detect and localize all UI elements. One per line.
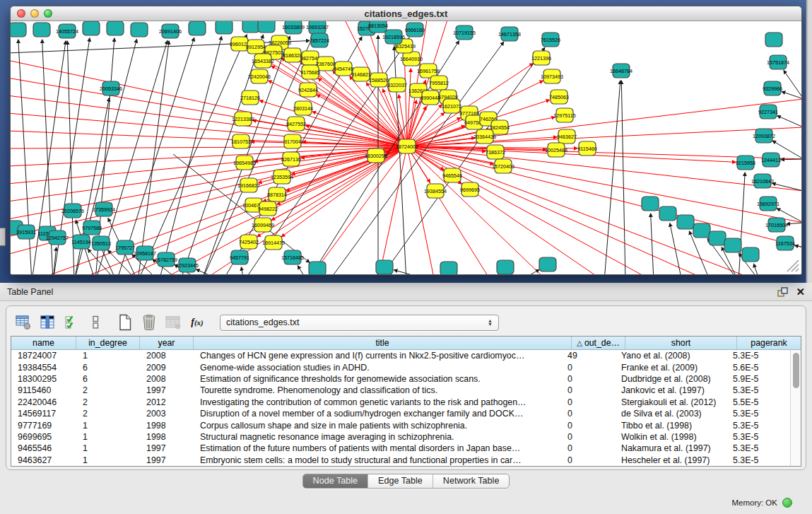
network-edge-red[interactable] — [407, 146, 760, 274]
network-node[interactable]: 1588520 — [369, 73, 389, 87]
network-node[interactable]: 6966160 — [405, 23, 425, 37]
network-node[interactable]: 7955812 — [429, 76, 449, 90]
network-node[interactable]: 12213383 — [232, 112, 254, 126]
network-node[interactable]: 16033809 — [282, 21, 305, 34]
network-node[interactable]: 22420046 — [248, 69, 271, 83]
network-edge-red[interactable] — [407, 127, 801, 146]
tab-edge-table[interactable]: Edge Table — [367, 474, 433, 488]
network-edge-black[interactable] — [241, 267, 244, 274]
network-node[interactable]: 8813054 — [368, 21, 388, 33]
network-node[interactable]: 1167534 — [775, 236, 794, 250]
network-node[interactable]: 16099469 — [252, 218, 274, 232]
network-node[interactable] — [11, 23, 26, 37]
show-columns-button[interactable] — [37, 313, 57, 332]
network-node[interactable]: 20691406 — [159, 24, 182, 38]
network-node[interactable] — [189, 21, 206, 35]
table-row[interactable]: 2242004622012Investigating the contribut… — [11, 397, 790, 408]
network-node[interactable]: 9227341 — [758, 105, 778, 119]
network-edge-black[interactable] — [394, 270, 435, 274]
network-node[interactable]: 10025488 — [545, 143, 567, 157]
column-header-title[interactable]: title — [194, 337, 572, 349]
network-node[interactable]: 10973493 — [541, 69, 563, 83]
network-edge-black[interactable] — [621, 81, 625, 274]
network-node[interactable] — [693, 223, 710, 238]
network-node[interactable] — [33, 23, 50, 37]
table-vertical-scrollbar[interactable] — [790, 350, 801, 466]
network-node[interactable]: 3915931 — [16, 225, 36, 239]
network-node[interactable]: 8878314 — [267, 187, 287, 201]
network-edge-black[interactable] — [784, 71, 801, 99]
resize-grip-icon[interactable] — [782, 255, 800, 273]
column-header-in_degree[interactable]: in_degree — [76, 337, 140, 349]
tab-node-table[interactable]: Node Table — [303, 474, 368, 488]
column-header-pagerank[interactable]: pagerank — [737, 337, 801, 349]
network-node[interactable]: 10653287 — [306, 21, 329, 34]
delete-column-button[interactable] — [139, 313, 159, 332]
network-node[interactable] — [107, 21, 124, 35]
network-node[interactable]: 8454749 — [334, 62, 353, 76]
network-node[interactable]: 9498222 — [258, 201, 278, 216]
network-node[interactable] — [642, 197, 659, 211]
network-node[interactable]: 19218596 — [382, 30, 405, 44]
table-row[interactable]: 1938455462009Genome-wide association stu… — [11, 361, 790, 373]
network-node[interactable]: 7485063 — [549, 90, 569, 104]
network-node[interactable]: 14055724 — [56, 24, 78, 38]
network-window-titlebar[interactable]: citations_edges.txt — [11, 6, 801, 21]
network-edge-red[interactable] — [11, 146, 407, 184]
network-node[interactable] — [709, 231, 726, 245]
network-node[interactable]: 19654985 — [233, 156, 256, 170]
tab-network-table[interactable]: Network Table — [433, 474, 510, 488]
network-node[interactable] — [659, 206, 676, 221]
memory-status-indicator[interactable] — [782, 498, 792, 508]
network-edge-red[interactable] — [407, 146, 736, 162]
network-node[interactable]: 7386372 — [486, 145, 505, 159]
network-node[interactable]: 7857224 — [310, 33, 329, 47]
new-column-button[interactable] — [115, 313, 135, 332]
network-edge-red[interactable] — [407, 146, 548, 274]
network-node[interactable]: 1810753 — [231, 134, 251, 148]
network-node[interactable]: 9115460 — [577, 141, 596, 156]
table-row[interactable]: 1456911722003Disruption of a novel membe… — [11, 408, 790, 419]
network-node[interactable]: 1221396 — [531, 51, 551, 65]
network-node[interactable] — [765, 33, 782, 47]
network-node[interactable]: 12975115 — [553, 108, 575, 122]
network-node[interactable]: 8912954 — [246, 40, 266, 54]
network-node[interactable]: 12353594 — [271, 170, 293, 184]
function-builder-button[interactable]: f(x) — [187, 313, 207, 332]
network-node[interactable]: 19384554 — [424, 184, 447, 198]
network-node[interactable]: 16648784 — [610, 64, 632, 78]
network-node[interactable]: 10958187 — [134, 246, 156, 260]
table-selector-dropdown[interactable]: citations_edges.txt ▲▼ — [220, 315, 499, 331]
network-node[interactable] — [497, 260, 514, 274]
table-mode-button[interactable] — [13, 313, 33, 332]
network-node[interactable] — [216, 21, 233, 34]
column-header-name[interactable]: name — [11, 337, 76, 349]
network-node[interactable] — [83, 21, 100, 35]
network-edge-red[interactable] — [11, 146, 407, 237]
select-columns-button[interactable] — [61, 313, 81, 332]
network-node[interactable]: 1350513 — [91, 236, 111, 250]
network-node[interactable] — [724, 238, 741, 252]
network-node[interactable]: 20364436 — [473, 129, 496, 144]
network-node[interactable] — [677, 215, 694, 229]
network-edge-red[interactable] — [407, 146, 654, 274]
network-node[interactable]: 9797588 — [82, 221, 102, 235]
table-row[interactable]: 946554611997Estimation of the future num… — [11, 443, 790, 454]
network-node[interactable]: 7615526 — [541, 33, 560, 47]
network-node[interactable] — [258, 21, 275, 33]
network-node[interactable]: 8267130 — [281, 152, 301, 166]
network-node[interactable]: 9699695 — [460, 182, 480, 197]
network-node[interactable]: 16640910 — [400, 52, 423, 66]
network-node[interactable]: 8990448 — [420, 90, 440, 105]
network-node[interactable]: 18300295 — [365, 148, 387, 163]
network-node[interactable]: 17359924 — [93, 202, 115, 216]
network-node[interactable]: 12923445 — [176, 258, 199, 272]
column-header-short[interactable]: short — [625, 337, 737, 349]
network-edge-black[interactable] — [782, 92, 801, 99]
network-node[interactable]: 16543382 — [252, 54, 274, 68]
network-edge-black[interactable] — [777, 116, 801, 127]
network-node[interactable]: 16914479 — [262, 235, 285, 250]
network-node[interactable]: 7425402 — [239, 235, 259, 249]
network-edge-black[interactable] — [754, 264, 760, 274]
network-edge-black[interactable] — [604, 81, 620, 274]
